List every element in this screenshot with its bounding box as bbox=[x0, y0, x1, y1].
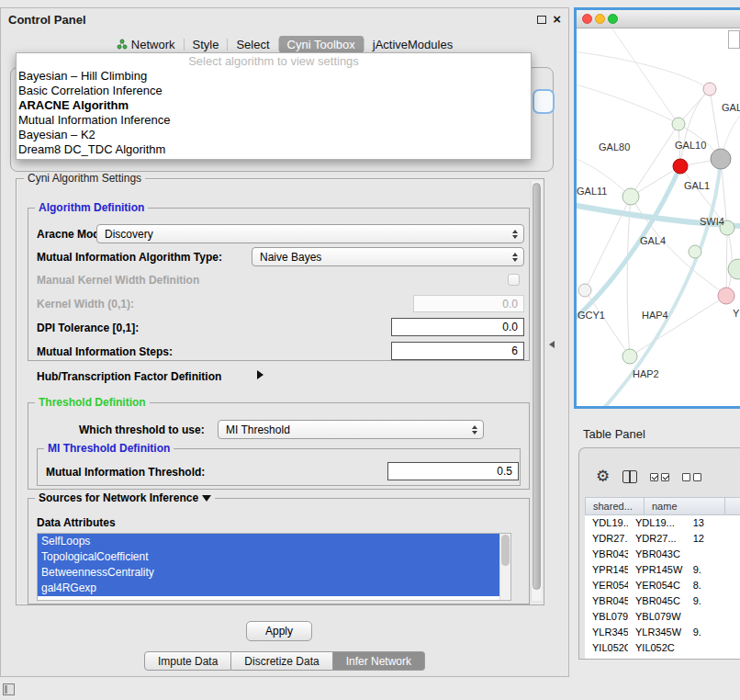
cell[interactable]: YDR27... bbox=[628, 531, 686, 547]
minimize-traffic-light-icon[interactable] bbox=[595, 14, 605, 24]
dropdown-item[interactable]: Basic Correlation Inference bbox=[17, 84, 531, 98]
tab-style[interactable]: Style bbox=[185, 36, 228, 53]
aracne-mode-select[interactable]: Discovery bbox=[96, 224, 524, 243]
cell[interactable] bbox=[686, 640, 740, 656]
network-node[interactable] bbox=[728, 259, 740, 279]
network-node[interactable] bbox=[711, 149, 731, 169]
column-header-shared-name[interactable]: shared... bbox=[585, 497, 645, 515]
dropdown-item[interactable]: Mutual Information Inference bbox=[17, 113, 531, 128]
network-node[interactable] bbox=[622, 188, 639, 205]
cell[interactable]: YIL052C bbox=[628, 640, 686, 656]
network-node-gal10[interactable] bbox=[673, 159, 688, 174]
unselect-all-checks-icon[interactable] bbox=[682, 473, 701, 481]
cell[interactable] bbox=[686, 609, 740, 625]
table-row[interactable]: YLR345WYLR345W9. bbox=[585, 625, 740, 640]
cell[interactable]: 9. bbox=[686, 593, 740, 609]
table-row[interactable]: YBR045CYBR045C9. bbox=[585, 593, 740, 609]
network-node[interactable] bbox=[672, 118, 685, 130]
dropdown-item[interactable]: Bayesian – Hill Climbing bbox=[17, 69, 531, 84]
table-row[interactable]: YBL079WYBL079W bbox=[585, 609, 740, 625]
panel-dock-icon[interactable] bbox=[3, 683, 15, 695]
cell[interactable]: YLR345W bbox=[628, 625, 686, 640]
cell[interactable]: YPR145W bbox=[585, 562, 628, 578]
float-window-icon[interactable] bbox=[537, 16, 546, 24]
node-label: GAL1 bbox=[684, 180, 710, 191]
network-node[interactable] bbox=[578, 284, 591, 297]
select-all-checks-icon[interactable] bbox=[650, 473, 669, 481]
table-row[interactable]: YER054CYER054C8. bbox=[585, 578, 740, 593]
tab-infer-network[interactable]: Infer Network bbox=[333, 651, 425, 671]
table-row[interactable]: YIL052CYIL052C bbox=[585, 640, 740, 656]
network-node[interactable] bbox=[703, 83, 716, 96]
cell[interactable]: YBR045C bbox=[628, 593, 686, 609]
tab-impute-data[interactable]: Impute Data bbox=[144, 651, 231, 671]
network-node-hap2[interactable] bbox=[622, 349, 637, 364]
network-canvas[interactable]: GAL GAL80 GAL10 GAL11 GAL1 SWI4 GAL4 GCY… bbox=[577, 28, 740, 406]
close-traffic-light-icon[interactable] bbox=[582, 14, 592, 24]
tab-select[interactable]: Select bbox=[228, 36, 277, 53]
cell[interactable]: 8. bbox=[686, 578, 740, 593]
list-item-selected[interactable]: TopologicalCoefficient bbox=[38, 549, 499, 565]
table-row[interactable]: YDL19...YDL19...13 bbox=[585, 515, 740, 531]
scrollbar-thumb[interactable] bbox=[533, 183, 541, 590]
list-scrollbar[interactable] bbox=[499, 534, 510, 600]
which-threshold-select[interactable]: MI Threshold bbox=[218, 420, 484, 439]
cell[interactable]: YBR043C bbox=[628, 547, 686, 562]
data-attributes-list[interactable]: SelfLoops TopologicalCoefficient Between… bbox=[37, 533, 511, 601]
dropdown-placeholder[interactable]: Select algorithm to view settings bbox=[17, 53, 531, 69]
network-node[interactable] bbox=[718, 288, 734, 304]
column-header-name[interactable]: name bbox=[645, 497, 725, 515]
cell[interactable]: YPR145W bbox=[628, 562, 686, 578]
manual-kernel-checkbox[interactable] bbox=[508, 274, 520, 286]
list-item-selected[interactable]: gal4RGexp bbox=[38, 581, 499, 596]
list-item-selected[interactable]: SelfLoops bbox=[38, 534, 499, 549]
cell[interactable]: YDL19... bbox=[585, 515, 628, 531]
tab-cyni-toolbox[interactable]: Cyni Toolbox bbox=[279, 36, 364, 53]
splitpane-collapse-icon[interactable] bbox=[549, 341, 555, 348]
dropdown-item[interactable]: Dream8 DC_TDC Algorithm bbox=[17, 142, 531, 157]
table-row[interactable]: YPR145WYPR145W9. bbox=[585, 562, 740, 578]
tab-label: Cyni Toolbox bbox=[287, 38, 355, 51]
cell[interactable]: YDL19... bbox=[628, 515, 686, 531]
cell[interactable] bbox=[686, 547, 740, 562]
network-node[interactable] bbox=[689, 245, 701, 258]
table-row[interactable]: YBR043CYBR043C bbox=[585, 547, 740, 562]
mi-threshold-field[interactable]: 0.5 bbox=[387, 462, 519, 480]
cell[interactable]: YDR27... bbox=[585, 531, 628, 547]
cell[interactable]: YLR345W bbox=[585, 625, 628, 640]
tab-jactivemodules[interactable]: jActiveModules bbox=[364, 36, 461, 53]
tab-network[interactable]: Network bbox=[108, 36, 184, 53]
dropdown-item-selected[interactable]: ARACNE Algorithm bbox=[17, 98, 531, 113]
cell[interactable]: YBL079W bbox=[628, 609, 686, 625]
mi-type-select[interactable]: Naive Bayes bbox=[252, 247, 524, 266]
scrollbar-thumb[interactable] bbox=[501, 535, 510, 566]
cell[interactable]: YER054C bbox=[628, 578, 686, 593]
close-icon[interactable]: × bbox=[553, 13, 561, 26]
dpi-tolerance-field[interactable]: 0.0 bbox=[391, 318, 524, 336]
cell[interactable]: 9. bbox=[686, 562, 740, 578]
dropdown-item[interactable]: Bayesian – K2 bbox=[17, 128, 531, 142]
sources-title[interactable]: Sources for Network Inference bbox=[35, 491, 215, 504]
cell[interactable]: YIL052C bbox=[585, 640, 628, 656]
cell[interactable]: 13 bbox=[686, 515, 740, 531]
cell[interactable]: YER054C bbox=[585, 578, 628, 593]
gear-icon[interactable]: ⚙ bbox=[596, 469, 610, 485]
list-item-selected[interactable]: BetweennessCentrality bbox=[38, 565, 499, 581]
column-header[interactable] bbox=[725, 497, 740, 515]
cell[interactable]: YBR045C bbox=[585, 593, 628, 609]
cell[interactable]: YBR043C bbox=[585, 547, 628, 562]
settings-scrollbar[interactable] bbox=[531, 181, 542, 601]
apply-button[interactable]: Apply bbox=[246, 621, 312, 641]
mi-steps-field[interactable]: 6 bbox=[391, 342, 524, 360]
zoom-traffic-light-icon[interactable] bbox=[608, 14, 618, 24]
cell[interactable]: YBL079W bbox=[585, 609, 628, 625]
columns-icon[interactable] bbox=[622, 470, 637, 483]
expand-arrow-icon[interactable] bbox=[257, 370, 263, 379]
kernel-width-field[interactable]: 0.0 bbox=[413, 295, 524, 312]
tab-discretize-data[interactable]: Discretize Data bbox=[231, 651, 332, 671]
table-row[interactable]: YDR27...YDR27...12 bbox=[585, 531, 740, 547]
checked-box-icon bbox=[661, 473, 669, 481]
table-panel-title: Table Panel bbox=[583, 427, 645, 441]
cell[interactable]: 12 bbox=[686, 531, 740, 547]
cell[interactable]: 9. bbox=[686, 625, 740, 640]
